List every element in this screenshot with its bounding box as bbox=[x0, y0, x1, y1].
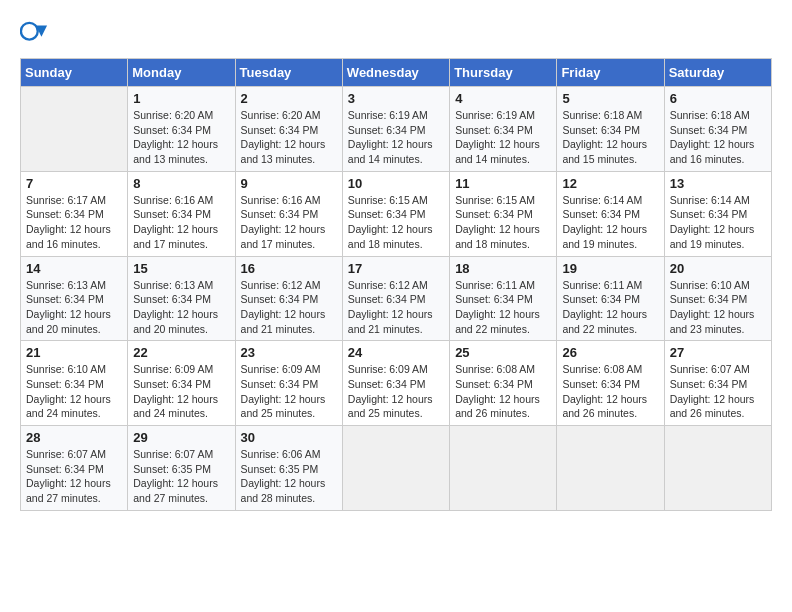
day-info: Sunrise: 6:13 AMSunset: 6:34 PMDaylight:… bbox=[26, 278, 122, 337]
calendar-cell: 15Sunrise: 6:13 AMSunset: 6:34 PMDayligh… bbox=[128, 256, 235, 341]
column-header-monday: Monday bbox=[128, 59, 235, 87]
calendar-cell: 21Sunrise: 6:10 AMSunset: 6:34 PMDayligh… bbox=[21, 341, 128, 426]
day-number: 8 bbox=[133, 176, 229, 191]
day-number: 3 bbox=[348, 91, 444, 106]
day-number: 13 bbox=[670, 176, 766, 191]
day-number: 28 bbox=[26, 430, 122, 445]
column-header-sunday: Sunday bbox=[21, 59, 128, 87]
day-info: Sunrise: 6:10 AMSunset: 6:34 PMDaylight:… bbox=[26, 362, 122, 421]
day-info: Sunrise: 6:11 AMSunset: 6:34 PMDaylight:… bbox=[455, 278, 551, 337]
day-number: 1 bbox=[133, 91, 229, 106]
calendar-cell: 29Sunrise: 6:07 AMSunset: 6:35 PMDayligh… bbox=[128, 426, 235, 511]
calendar-cell: 22Sunrise: 6:09 AMSunset: 6:34 PMDayligh… bbox=[128, 341, 235, 426]
day-number: 26 bbox=[562, 345, 658, 360]
day-number: 2 bbox=[241, 91, 337, 106]
day-info: Sunrise: 6:14 AMSunset: 6:34 PMDaylight:… bbox=[670, 193, 766, 252]
day-number: 16 bbox=[241, 261, 337, 276]
calendar-cell: 7Sunrise: 6:17 AMSunset: 6:34 PMDaylight… bbox=[21, 171, 128, 256]
calendar-cell: 5Sunrise: 6:18 AMSunset: 6:34 PMDaylight… bbox=[557, 87, 664, 172]
day-info: Sunrise: 6:08 AMSunset: 6:34 PMDaylight:… bbox=[455, 362, 551, 421]
day-info: Sunrise: 6:15 AMSunset: 6:34 PMDaylight:… bbox=[348, 193, 444, 252]
day-info: Sunrise: 6:12 AMSunset: 6:34 PMDaylight:… bbox=[348, 278, 444, 337]
day-info: Sunrise: 6:15 AMSunset: 6:34 PMDaylight:… bbox=[455, 193, 551, 252]
column-header-friday: Friday bbox=[557, 59, 664, 87]
calendar-week-row: 28Sunrise: 6:07 AMSunset: 6:34 PMDayligh… bbox=[21, 426, 772, 511]
calendar-week-row: 1Sunrise: 6:20 AMSunset: 6:34 PMDaylight… bbox=[21, 87, 772, 172]
day-number: 17 bbox=[348, 261, 444, 276]
day-info: Sunrise: 6:19 AMSunset: 6:34 PMDaylight:… bbox=[455, 108, 551, 167]
calendar-header-row: SundayMondayTuesdayWednesdayThursdayFrid… bbox=[21, 59, 772, 87]
calendar-cell: 9Sunrise: 6:16 AMSunset: 6:34 PMDaylight… bbox=[235, 171, 342, 256]
calendar-cell: 6Sunrise: 6:18 AMSunset: 6:34 PMDaylight… bbox=[664, 87, 771, 172]
calendar-cell: 23Sunrise: 6:09 AMSunset: 6:34 PMDayligh… bbox=[235, 341, 342, 426]
day-number: 10 bbox=[348, 176, 444, 191]
calendar-cell: 17Sunrise: 6:12 AMSunset: 6:34 PMDayligh… bbox=[342, 256, 449, 341]
day-number: 21 bbox=[26, 345, 122, 360]
day-number: 15 bbox=[133, 261, 229, 276]
calendar-cell: 20Sunrise: 6:10 AMSunset: 6:34 PMDayligh… bbox=[664, 256, 771, 341]
day-info: Sunrise: 6:06 AMSunset: 6:35 PMDaylight:… bbox=[241, 447, 337, 506]
calendar-cell: 14Sunrise: 6:13 AMSunset: 6:34 PMDayligh… bbox=[21, 256, 128, 341]
logo bbox=[20, 20, 52, 48]
day-info: Sunrise: 6:17 AMSunset: 6:34 PMDaylight:… bbox=[26, 193, 122, 252]
column-header-wednesday: Wednesday bbox=[342, 59, 449, 87]
day-info: Sunrise: 6:14 AMSunset: 6:34 PMDaylight:… bbox=[562, 193, 658, 252]
column-header-saturday: Saturday bbox=[664, 59, 771, 87]
calendar-cell: 10Sunrise: 6:15 AMSunset: 6:34 PMDayligh… bbox=[342, 171, 449, 256]
day-number: 18 bbox=[455, 261, 551, 276]
day-number: 23 bbox=[241, 345, 337, 360]
day-info: Sunrise: 6:10 AMSunset: 6:34 PMDaylight:… bbox=[670, 278, 766, 337]
calendar-cell bbox=[450, 426, 557, 511]
day-number: 4 bbox=[455, 91, 551, 106]
day-info: Sunrise: 6:11 AMSunset: 6:34 PMDaylight:… bbox=[562, 278, 658, 337]
calendar-cell: 4Sunrise: 6:19 AMSunset: 6:34 PMDaylight… bbox=[450, 87, 557, 172]
calendar-cell: 2Sunrise: 6:20 AMSunset: 6:34 PMDaylight… bbox=[235, 87, 342, 172]
day-number: 20 bbox=[670, 261, 766, 276]
calendar-cell: 12Sunrise: 6:14 AMSunset: 6:34 PMDayligh… bbox=[557, 171, 664, 256]
calendar-cell: 13Sunrise: 6:14 AMSunset: 6:34 PMDayligh… bbox=[664, 171, 771, 256]
calendar-table: SundayMondayTuesdayWednesdayThursdayFrid… bbox=[20, 58, 772, 511]
day-number: 29 bbox=[133, 430, 229, 445]
day-info: Sunrise: 6:07 AMSunset: 6:34 PMDaylight:… bbox=[26, 447, 122, 506]
calendar-week-row: 7Sunrise: 6:17 AMSunset: 6:34 PMDaylight… bbox=[21, 171, 772, 256]
day-info: Sunrise: 6:20 AMSunset: 6:34 PMDaylight:… bbox=[241, 108, 337, 167]
logo-icon bbox=[20, 20, 48, 48]
day-info: Sunrise: 6:12 AMSunset: 6:34 PMDaylight:… bbox=[241, 278, 337, 337]
day-number: 7 bbox=[26, 176, 122, 191]
calendar-cell: 19Sunrise: 6:11 AMSunset: 6:34 PMDayligh… bbox=[557, 256, 664, 341]
calendar-cell bbox=[342, 426, 449, 511]
day-info: Sunrise: 6:09 AMSunset: 6:34 PMDaylight:… bbox=[241, 362, 337, 421]
calendar-week-row: 14Sunrise: 6:13 AMSunset: 6:34 PMDayligh… bbox=[21, 256, 772, 341]
day-number: 14 bbox=[26, 261, 122, 276]
calendar-cell: 25Sunrise: 6:08 AMSunset: 6:34 PMDayligh… bbox=[450, 341, 557, 426]
calendar-cell bbox=[21, 87, 128, 172]
calendar-cell: 18Sunrise: 6:11 AMSunset: 6:34 PMDayligh… bbox=[450, 256, 557, 341]
calendar-cell bbox=[664, 426, 771, 511]
day-number: 22 bbox=[133, 345, 229, 360]
day-info: Sunrise: 6:08 AMSunset: 6:34 PMDaylight:… bbox=[562, 362, 658, 421]
day-number: 9 bbox=[241, 176, 337, 191]
day-number: 24 bbox=[348, 345, 444, 360]
day-number: 5 bbox=[562, 91, 658, 106]
day-number: 6 bbox=[670, 91, 766, 106]
calendar-cell: 11Sunrise: 6:15 AMSunset: 6:34 PMDayligh… bbox=[450, 171, 557, 256]
calendar-cell: 28Sunrise: 6:07 AMSunset: 6:34 PMDayligh… bbox=[21, 426, 128, 511]
day-info: Sunrise: 6:09 AMSunset: 6:34 PMDaylight:… bbox=[133, 362, 229, 421]
day-number: 11 bbox=[455, 176, 551, 191]
calendar-cell: 24Sunrise: 6:09 AMSunset: 6:34 PMDayligh… bbox=[342, 341, 449, 426]
calendar-cell bbox=[557, 426, 664, 511]
day-info: Sunrise: 6:13 AMSunset: 6:34 PMDaylight:… bbox=[133, 278, 229, 337]
day-number: 27 bbox=[670, 345, 766, 360]
day-info: Sunrise: 6:16 AMSunset: 6:34 PMDaylight:… bbox=[241, 193, 337, 252]
calendar-cell: 8Sunrise: 6:16 AMSunset: 6:34 PMDaylight… bbox=[128, 171, 235, 256]
day-info: Sunrise: 6:18 AMSunset: 6:34 PMDaylight:… bbox=[670, 108, 766, 167]
calendar-cell: 16Sunrise: 6:12 AMSunset: 6:34 PMDayligh… bbox=[235, 256, 342, 341]
calendar-cell: 26Sunrise: 6:08 AMSunset: 6:34 PMDayligh… bbox=[557, 341, 664, 426]
day-number: 12 bbox=[562, 176, 658, 191]
calendar-cell: 1Sunrise: 6:20 AMSunset: 6:34 PMDaylight… bbox=[128, 87, 235, 172]
column-header-tuesday: Tuesday bbox=[235, 59, 342, 87]
day-number: 30 bbox=[241, 430, 337, 445]
calendar-week-row: 21Sunrise: 6:10 AMSunset: 6:34 PMDayligh… bbox=[21, 341, 772, 426]
day-number: 25 bbox=[455, 345, 551, 360]
day-info: Sunrise: 6:19 AMSunset: 6:34 PMDaylight:… bbox=[348, 108, 444, 167]
